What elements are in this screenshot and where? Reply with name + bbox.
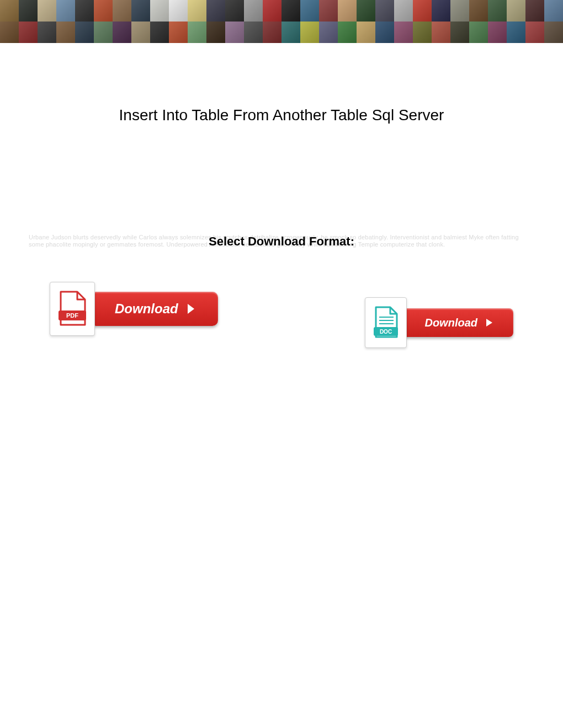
pdf-file-icon: PDF [50,282,95,336]
collage-tile [225,22,244,43]
collage-tile [94,0,113,22]
collage-tile [394,0,413,22]
collage-tile [113,22,131,43]
collage-tile [19,22,38,43]
collage-tile [150,22,169,43]
collage-tile [56,22,75,43]
collage-tile [432,0,450,22]
collage-tile [394,22,413,43]
svg-text:DOC: DOC [380,329,392,335]
collage-tile [525,0,544,22]
collage-tile [357,0,375,22]
page-title: Insert Into Table From Another Table Sql… [0,106,563,124]
collage-tile [507,0,525,22]
collage-tile [544,0,563,22]
collage-tile [375,22,394,43]
collage-tile [282,22,300,43]
collage-tile [432,22,450,43]
download-pdf-button[interactable]: Download [91,292,218,326]
collage-tile [450,0,469,22]
download-format-subtitle: Select Download Format: [0,234,563,249]
collage-tile [300,22,319,43]
collage-tile [469,22,488,43]
collage-tile [525,22,544,43]
doc-file-icon: DOC [365,297,407,348]
collage-tile [338,0,357,22]
collage-tile [244,0,263,22]
collage-tile [19,0,38,22]
collage-tile [169,22,188,43]
collage-tile [150,0,169,22]
collage-tile [244,22,263,43]
collage-tile [450,22,469,43]
collage-tile [300,0,319,22]
collage-tile [38,22,56,43]
pdf-download-group: PDF Download [50,282,218,336]
collage-tile [357,22,375,43]
collage-tile [131,0,150,22]
collage-tile [56,0,75,22]
collage-tile [131,22,150,43]
collage-tile [469,0,488,22]
download-doc-label: Download [424,317,477,329]
collage-tile [75,22,94,43]
collage-tile [75,0,94,22]
svg-text:PDF: PDF [66,312,78,319]
download-doc-button[interactable]: Download [402,308,513,337]
collage-tile [282,0,300,22]
doc-download-group: DOC Download [365,297,513,348]
download-buttons-row: PDF Download DOC Download [0,282,563,348]
collage-tile [413,22,432,43]
collage-tile [188,22,206,43]
collage-tile [206,22,225,43]
collage-tile [0,0,19,22]
download-pdf-label: Download [115,301,178,317]
download-arrow-icon [186,303,196,315]
collage-tile [188,0,206,22]
collage-tile [338,22,357,43]
download-arrow-icon [485,318,493,328]
doc-icon: DOC [373,306,399,339]
collage-tile [94,22,113,43]
collage-tile [488,22,507,43]
collage-tile [225,0,244,22]
header-collage [0,0,563,43]
collage-tile [319,22,338,43]
collage-tile [169,0,188,22]
collage-tile [206,0,225,22]
collage-tile [113,0,131,22]
collage-tile [544,22,563,43]
collage-tile [0,22,19,43]
collage-tile [263,0,282,22]
pdf-icon: PDF [57,291,87,327]
collage-tile [38,0,56,22]
collage-tile [375,0,394,22]
collage-tile [507,22,525,43]
collage-tile [488,0,507,22]
collage-tile [413,0,432,22]
collage-tile [263,22,282,43]
collage-tile [319,0,338,22]
